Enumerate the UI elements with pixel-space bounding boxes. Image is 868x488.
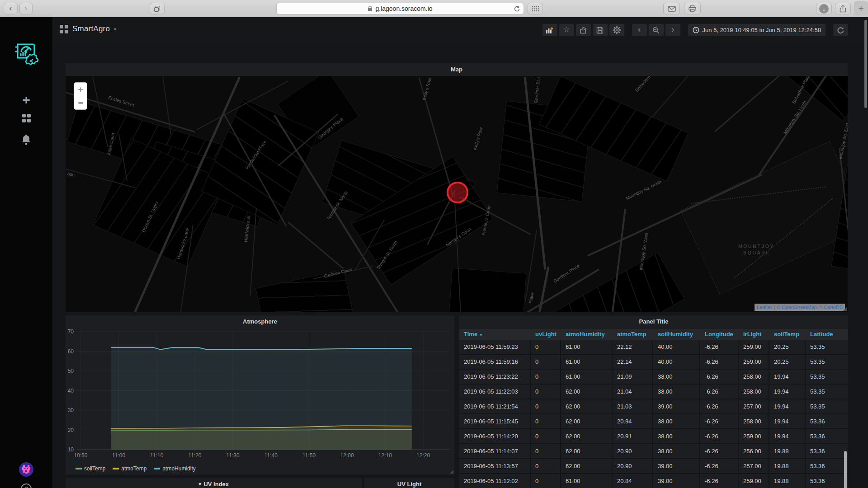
save-icon (596, 27, 604, 34)
map-panel-title[interactable]: Map (66, 63, 848, 75)
table-scrollbar[interactable] (844, 451, 847, 488)
share-dashboard-button[interactable] (576, 24, 591, 36)
y-axis-tick: 20 (68, 427, 74, 433)
sidebar-create-button[interactable]: + (0, 92, 52, 108)
new-tab-button[interactable]: + (854, 1, 868, 16)
print-button[interactable] (684, 3, 701, 14)
mail-button[interactable] (663, 3, 680, 14)
table-cell: -6.26 (700, 370, 739, 385)
table-cell: 2019-06-05 11:14:20 (459, 429, 531, 444)
zoom-out-icon (652, 27, 660, 34)
column-header-irLight[interactable]: irLight (739, 329, 769, 340)
panel-resize-handle[interactable] (843, 307, 847, 311)
browser-forward-button[interactable]: › (19, 3, 33, 14)
map-zoom-out-button[interactable]: − (74, 96, 87, 110)
avatar-icon (19, 462, 34, 477)
street-label: Place (528, 292, 535, 304)
legend-color-dash (75, 468, 82, 469)
add-panel-button[interactable] (542, 24, 557, 36)
time-forward-button[interactable]: › (665, 24, 680, 36)
street-label: Gardiner St. Upper (533, 76, 542, 103)
table-panel-title[interactable]: Panel Title (459, 315, 848, 327)
dashboard-title[interactable]: SmartAgro (72, 24, 110, 33)
settings-button[interactable] (609, 24, 624, 36)
tab-overview-button[interactable] (150, 3, 165, 14)
refresh-button[interactable] (833, 24, 848, 36)
star-dashboard-button[interactable]: ☆ (559, 24, 574, 36)
y-axis-tick: 50 (68, 368, 74, 374)
park-area (680, 141, 848, 295)
uv-light-panel-title[interactable]: UV Light (364, 478, 454, 488)
column-header-Longitude[interactable]: Longitude (700, 329, 739, 340)
table-cell: -6.26 (700, 385, 739, 399)
soracom-lagoon-logo[interactable] (0, 38, 52, 68)
legend-item-soilTemp[interactable]: soilTemp (75, 465, 105, 472)
uv-light-panel: UV Light (364, 478, 454, 488)
table-cell: 0 (531, 399, 561, 414)
table-row: 2019-06-05 11:13:57062.0020.9039.00-6.26… (459, 459, 848, 474)
table-cell: 53.36 (806, 444, 848, 459)
table-cell: 19.94 (769, 429, 806, 444)
map-zoom-control: + − (74, 82, 87, 110)
column-header-Time[interactable]: Time▼ (459, 329, 531, 340)
cartodb-link[interactable]: © CartoDB (819, 305, 843, 310)
legend-item-atmoHumidity[interactable]: atmoHumidity (154, 465, 195, 472)
column-header-atmoHumidity[interactable]: atmoHumidity (561, 329, 613, 340)
table-cell: 39.00 (653, 399, 700, 414)
sidebar-alerting-button[interactable] (0, 134, 52, 145)
table-row: 2019-06-05 11:12:02061.0020.8439.00-6.26… (459, 474, 848, 488)
table-cell: 2019-06-05 11:15:45 (459, 414, 531, 429)
street-label: Kelly's Row (472, 127, 484, 150)
table-cell: 20.90 (613, 444, 653, 459)
column-header-uvLight[interactable]: uvLight (531, 329, 561, 340)
table-cell: 21.03 (613, 399, 653, 414)
url-field[interactable]: g.lagoon.soracom.io (276, 3, 524, 14)
forward-icon: › (25, 4, 28, 13)
table-cell: 38.00 (653, 385, 700, 399)
table-row: 2019-06-05 11:14:07062.0020.9038.00-6.26… (459, 444, 848, 459)
table-cell: 2019-06-05 11:59:23 (459, 340, 531, 355)
user-avatar[interactable] (0, 462, 52, 477)
table-cell: 19.94 (769, 385, 806, 399)
map-street (525, 230, 537, 301)
page-scrollbar[interactable] (864, 20, 867, 108)
table-row: 2019-06-05 11:21:54062.0021.0339.00-6.26… (459, 399, 848, 414)
y-axis-tick: 40 (68, 388, 74, 394)
column-header-atmoTemp[interactable]: atmoTemp (613, 329, 653, 340)
table-cell: 19.88 (769, 444, 806, 459)
y-axis-tick: 70 (68, 328, 74, 335)
downloads-button[interactable]: ↓ (816, 3, 832, 14)
help-button[interactable]: ? (0, 483, 52, 488)
panel-resize-handle[interactable] (450, 470, 453, 474)
table-cell: 38.00 (653, 370, 700, 385)
leaflet-link[interactable]: Leaflet (757, 305, 772, 310)
column-header-soilHumidity[interactable]: soilHumidity (653, 329, 700, 340)
table-cell: 22.14 (613, 355, 653, 370)
street-label: Belvedere Court (634, 76, 660, 93)
screen: ‹ › g.lagoon.soracom.io (0, 0, 868, 488)
uv-index-panel-title[interactable]: ♥ UV Index (66, 478, 362, 488)
table-cell: 0 (531, 340, 561, 355)
openstreetmap-link[interactable]: © OpenStreetMap (777, 305, 817, 310)
legend-item-atmoTemp[interactable]: atmoTemp (113, 465, 146, 472)
x-axis-tick: 12:00 (340, 452, 354, 459)
browser-back-button[interactable]: ‹ (4, 3, 18, 14)
dashboard-picker-icon[interactable] (60, 25, 68, 33)
map-zoom-in-button[interactable]: + (74, 83, 87, 96)
time-range-picker[interactable]: Jun 5, 2019 10:49:05 to Jun 5, 2019 12:2… (688, 24, 826, 36)
device-location-marker[interactable] (447, 182, 468, 203)
table-cell: -6.26 (700, 355, 739, 370)
table-cell: 0 (531, 370, 561, 385)
favorites-grid-button[interactable] (528, 3, 543, 14)
browser-toolbar: ‹ › g.lagoon.soracom.io (0, 0, 868, 17)
reload-icon[interactable] (514, 5, 520, 14)
column-header-Latitude[interactable]: Latitude (806, 329, 848, 340)
map-canvas[interactable]: Eccles StreetGeorge's PlaceAdair Courtad… (66, 76, 848, 312)
time-back-button[interactable]: ‹ (632, 24, 647, 36)
sidebar-dashboards-button[interactable] (0, 114, 52, 122)
share-button[interactable] (835, 3, 851, 14)
save-dashboard-button[interactable] (593, 24, 608, 36)
zoom-out-time-button[interactable] (649, 24, 664, 36)
chevron-down-icon[interactable]: ▾ (114, 27, 116, 32)
column-header-soilTemp[interactable]: soilTemp (769, 329, 806, 340)
